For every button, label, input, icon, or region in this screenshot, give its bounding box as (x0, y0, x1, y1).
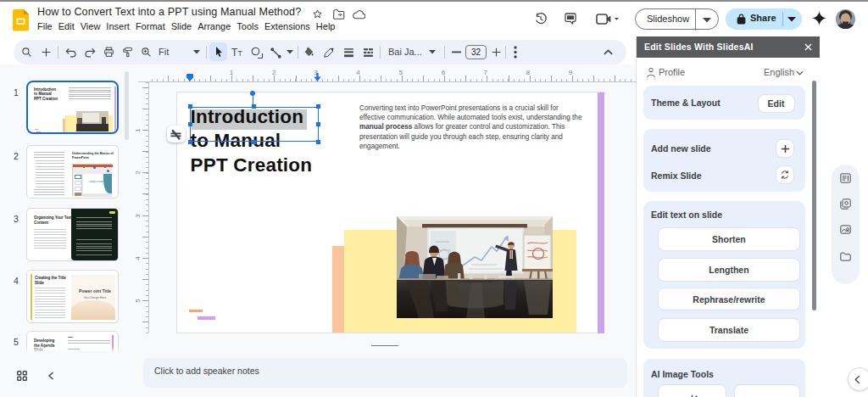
svg-text:T: T (238, 49, 242, 58)
svg-text:T: T (231, 47, 238, 58)
